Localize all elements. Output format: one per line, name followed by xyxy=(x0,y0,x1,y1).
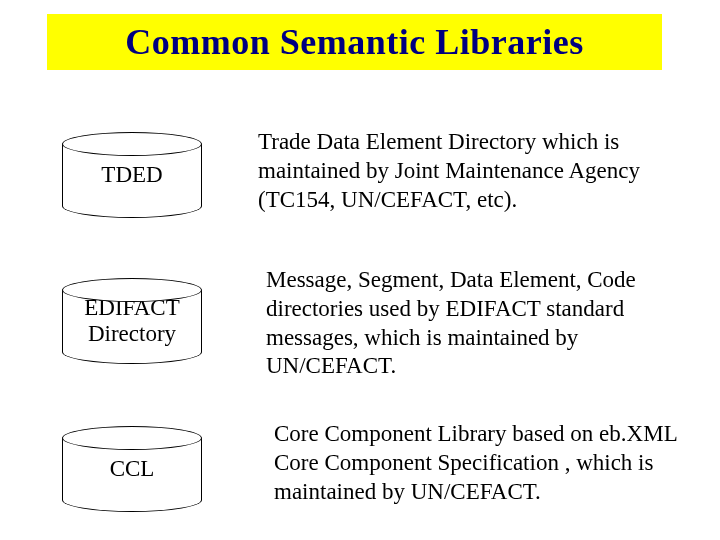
cylinder-top xyxy=(62,426,202,450)
page-title: Common Semantic Libraries xyxy=(125,21,583,63)
cylinder-top xyxy=(62,278,202,302)
description-edifact: Message, Segment, Data Element, Code dir… xyxy=(266,266,686,381)
cylinder-top xyxy=(62,132,202,156)
db-cylinder-ccl: CCL xyxy=(62,426,202,512)
db-cylinder-edifact: EDIFACT Directory xyxy=(62,278,202,364)
description-tded: Trade Data Element Directory which is ma… xyxy=(258,128,678,214)
db-cylinder-tded: TDED xyxy=(62,132,202,218)
title-banner: Common Semantic Libraries xyxy=(47,14,662,70)
description-ccl: Core Component Library based on eb.XML C… xyxy=(274,420,694,506)
